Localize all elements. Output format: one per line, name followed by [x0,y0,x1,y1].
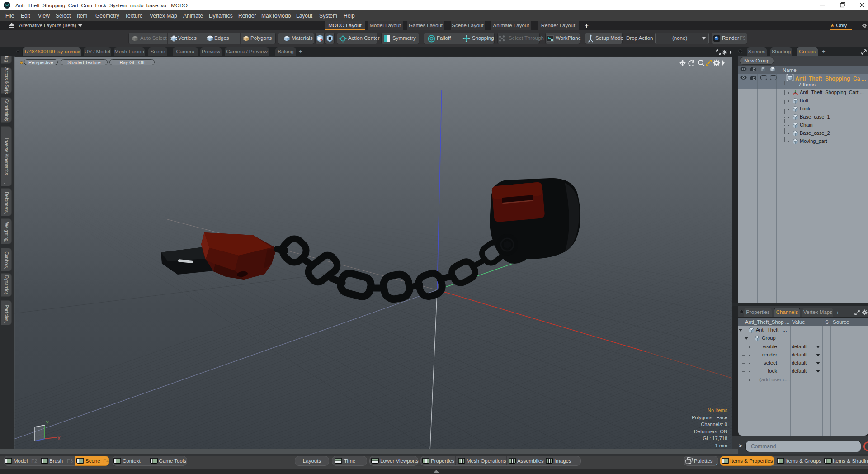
svg-text:Polygons : Face: Polygons : Face [692,415,727,420]
svg-text:1 mm: 1 mm [715,443,728,448]
svg-text:X: X [57,436,61,441]
svg-text:No Items: No Items [708,408,728,413]
svg-text:Y: Y [46,421,49,426]
svg-text:GL: 17,718: GL: 17,718 [703,436,727,441]
svg-text:Deformers: ON: Deformers: ON [694,429,727,434]
svg-text:Channels: 0: Channels: 0 [701,422,727,427]
